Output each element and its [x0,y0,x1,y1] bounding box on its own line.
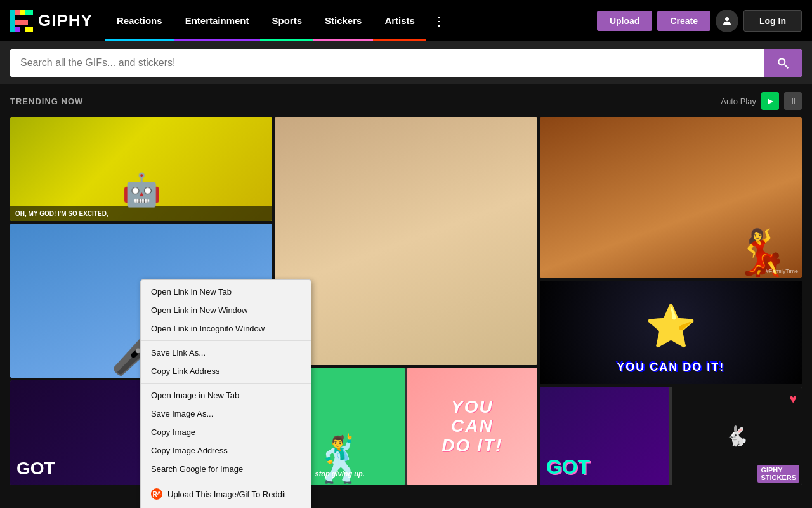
gif-column-3: 💃 #FamilyTime ⭐ YOU CAN DO IT! GOT 🐇 ♥ G… [540,117,802,486]
nav-item-artists[interactable]: Artists [373,0,426,41]
gif-column-2: 🕺 stop giving up. YOU CANDO IT! [275,117,537,486]
search-button[interactable] [764,49,802,77]
ctx-copy-link-address[interactable]: Copy Link Address [141,362,311,380]
upload-button[interactable]: Upload [597,11,652,31]
giphy-logo-icon [10,10,33,32]
ctx-copy-image[interactable]: Copy Image [141,423,311,441]
svg-rect-5 [15,27,20,32]
gif-got-pink[interactable]: GOT [540,387,670,485]
nav-item-reactions[interactable]: Reactions [105,0,174,41]
main-nav: Reactions Entertainment Sports Stickers … [105,0,592,41]
got-dark-text: GOT [16,458,55,479]
gif-woman-dance[interactable]: 💃 #FamilyTime [540,117,802,278]
youcanfit-text: YOU CAN DO IT! [540,361,802,374]
header-actions: Upload Create Log In [597,10,802,32]
svg-rect-4 [15,20,28,25]
svg-rect-6 [25,27,33,32]
familytime-badge: #FamilyTime [766,268,798,274]
login-button[interactable]: Log In [743,10,802,32]
logo-text: GIPHY [38,11,93,30]
youcandoit-pink-text: YOU CANDO IT! [440,397,504,455]
svg-rect-3 [25,10,33,15]
gif-youcandoit-pink[interactable]: YOU CANDO IT! [407,368,537,485]
autoplay-play-button[interactable]: ▶ [761,92,779,110]
ctx-search-google-image[interactable]: Search Google for Image [141,460,311,478]
gif-bottom-row: 🕺 stop giving up. YOU CANDO IT! [275,368,537,485]
user-icon [721,15,733,27]
trending-header: TRENDING NOW Auto Play ▶ ⏸ [0,84,812,117]
gif-grid: 🤖 OH, MY GOD! I'M SO EXCITED, 🎤 GOT 🕺 st… [0,117,812,486]
svg-point-7 [725,17,729,21]
autoplay-area: Auto Play ▶ ⏸ [721,92,802,110]
ctx-divider-1 [141,340,311,341]
nav-item-stickers[interactable]: Stickers [313,0,373,41]
bender-caption: OH, MY GOD! I'M SO EXCITED, [10,206,272,221]
ctx-divider-4 [141,507,311,507]
nav-item-entertainment[interactable]: Entertainment [174,0,261,41]
ctx-upload-reddit[interactable]: R^ Upload This Image/Gif To Reddit [141,484,311,504]
context-menu: Open Link in New Tab Open Link in New Wi… [140,279,311,508]
ctx-divider-3 [141,481,311,481]
ctx-copy-image-address[interactable]: Copy Image Address [141,441,311,460]
got-pink-text: GOT [546,455,590,479]
reddit-icon: R^ [151,488,162,500]
ctx-save-image-as[interactable]: Save Image As... [141,404,311,423]
gif-bottom-row-3: GOT 🐇 ♥ GIPHYSTICKERS [540,387,802,485]
search-input[interactable] [10,50,764,76]
svg-rect-1 [15,10,20,15]
autoplay-label: Auto Play [721,97,756,106]
ctx-upload-reddit-label: Upload This Image/Gif To Reddit [167,490,286,499]
ctx-open-image-new-tab[interactable]: Open Image in New Tab [141,386,311,404]
gif-bender[interactable]: 🤖 OH, MY GOD! I'M SO EXCITED, [10,117,272,221]
logo[interactable]: GIPHY [10,10,93,32]
gif-youcanfit[interactable]: ⭐ YOU CAN DO IT! [540,281,802,384]
ctx-save-link-as[interactable]: Save Link As... [141,344,311,362]
search-icon [776,57,789,69]
ctx-open-new-window[interactable]: Open Link in New Window [141,301,311,319]
svg-rect-0 [10,10,15,32]
heart-icon: ♥ [789,392,797,406]
giphy-stickers-badge: GIPHYSTICKERS [757,465,799,483]
header: GIPHY Reactions Entertainment Sports Sti… [0,0,812,41]
user-icon-button[interactable] [716,10,738,32]
ctx-open-new-tab[interactable]: Open Link in New Tab [141,283,311,301]
nav-item-sports[interactable]: Sports [260,0,313,41]
ctx-open-incognito[interactable]: Open Link in Incognito Window [141,319,311,338]
more-nav-button[interactable]: ⋮ [426,0,452,41]
gif-giphy-stickers[interactable]: 🐇 ♥ GIPHYSTICKERS [672,387,802,485]
create-button[interactable]: Create [657,11,710,31]
gif-curtain[interactable] [275,117,537,365]
svg-rect-2 [20,10,25,15]
svg-line-9 [785,65,789,69]
autoplay-pause-button[interactable]: ⏸ [784,92,802,110]
search-bar [0,41,812,84]
ctx-divider-2 [141,383,311,384]
svg-point-8 [778,58,785,65]
search-input-wrap [10,49,802,77]
trending-label: TRENDING NOW [10,97,83,106]
